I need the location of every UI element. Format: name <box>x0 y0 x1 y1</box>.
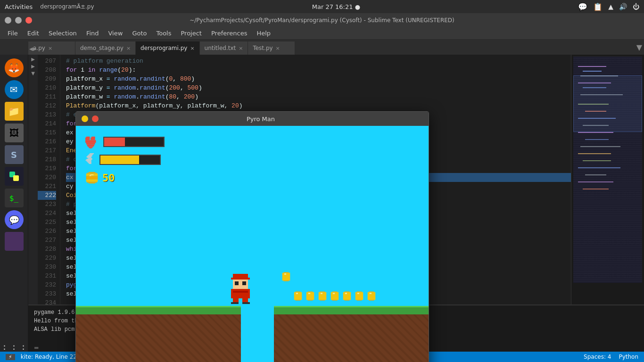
svg-rect-40 <box>231 289 250 298</box>
tab-a-py-close[interactable]: × <box>48 45 52 51</box>
sidebar-sublime[interactable]: S <box>5 145 24 164</box>
tab-untitled-close[interactable]: × <box>239 45 243 51</box>
menu-selection[interactable]: Selection <box>45 29 81 38</box>
language-label[interactable]: Python <box>619 354 638 360</box>
sidebar-terminal[interactable]: $_ <box>5 189 24 207</box>
menu-tools[interactable]: Tools <box>152 29 175 38</box>
minimap-code <box>571 55 644 285</box>
svg-rect-21 <box>86 160 91 161</box>
tab-untitled[interactable]: untitled.txt × <box>200 41 248 55</box>
svg-rect-39 <box>242 281 246 285</box>
system-bar: Activities dersprogramÄ±.py Mar 27 16:21… <box>0 0 644 13</box>
folder-toggle[interactable]: ▶ <box>31 57 35 62</box>
svg-rect-30 <box>86 180 98 182</box>
tab-test-py-close[interactable]: × <box>276 45 280 51</box>
svg-rect-38 <box>235 281 239 285</box>
terminal-scrollbar: ▬ <box>34 345 39 351</box>
svg-rect-73 <box>357 293 359 294</box>
svg-rect-45 <box>242 302 250 304</box>
svg-rect-53 <box>296 293 298 294</box>
svg-rect-20 <box>86 159 92 160</box>
svg-rect-15 <box>88 155 92 156</box>
coin-count-label: 50 <box>102 172 115 184</box>
svg-rect-5 <box>85 138 90 140</box>
sidebar-pycharm[interactable] <box>5 167 24 186</box>
health-bar-fill <box>104 138 125 146</box>
svg-rect-54 <box>308 291 313 292</box>
coin-1 <box>281 272 291 284</box>
svg-rect-62 <box>332 291 338 292</box>
folder-toggle2[interactable]: ▶ <box>31 64 35 69</box>
maximize-button[interactable] <box>15 17 22 24</box>
game-close-btn[interactable] <box>92 115 99 122</box>
tab-test-py-label: Test.py <box>253 45 272 51</box>
svg-rect-61 <box>321 293 322 294</box>
folder-collapse-btn[interactable]: ◀▶ <box>29 46 36 51</box>
tab-demo-stage[interactable]: demo_stage.py × <box>75 41 136 55</box>
close-button[interactable] <box>25 17 32 24</box>
menu-help[interactable]: Help <box>253 29 274 38</box>
svg-rect-33 <box>91 174 94 175</box>
game-hud: 50 <box>85 135 165 184</box>
notes-icon[interactable]: 📋 <box>593 2 603 11</box>
svg-rect-58 <box>320 291 325 292</box>
svg-rect-52 <box>296 300 301 300</box>
svg-rect-35 <box>233 274 248 278</box>
svg-rect-49 <box>284 273 286 275</box>
heart-icon <box>85 135 99 148</box>
menu-project[interactable]: Project <box>177 29 205 38</box>
editor-body: 🦊 ✉ 📁 🖼 S $_ 💬 ⋮⋮⋮ ▶ ▶ ▼ <box>0 55 644 362</box>
menu-preferences[interactable]: Preferences <box>207 29 251 38</box>
folder-toggle3[interactable]: ▼ <box>31 71 35 76</box>
svg-rect-10 <box>88 146 93 147</box>
svg-rect-57 <box>308 293 310 294</box>
bolt-icon <box>85 153 96 166</box>
sidebar-photos[interactable]: 🖼 <box>5 123 24 142</box>
coin-sprite-1 <box>281 272 291 282</box>
sidebar-firefox[interactable]: 🦊 <box>5 58 24 77</box>
menu-bar: File Edit Selection Find View Goto Tools… <box>0 27 644 40</box>
tab-dersprogrami[interactable]: dersprogrami.py × <box>136 41 200 55</box>
sidebar-files[interactable]: 📁 <box>5 102 24 121</box>
coins-row <box>293 291 377 301</box>
menu-goto[interactable]: Goto <box>128 29 150 38</box>
menu-find[interactable]: Find <box>83 29 103 38</box>
game-window[interactable]: Pyro Man <box>75 111 429 362</box>
health-row <box>85 135 165 148</box>
minimize-button[interactable] <box>5 17 11 24</box>
tab-dersprogrami-close[interactable]: × <box>190 45 194 51</box>
svg-rect-31 <box>87 182 97 183</box>
activities-label[interactable]: Activities <box>5 3 33 10</box>
svg-rect-34 <box>90 175 91 176</box>
game-minimize-btn[interactable] <box>82 115 88 122</box>
spaces-label[interactable]: Spaces: 4 <box>584 354 611 360</box>
window-title: ~/PycharmProjects/Cysoft/PyroMan/derspro… <box>190 17 454 24</box>
menu-view[interactable]: View <box>105 29 127 38</box>
svg-rect-16 <box>87 156 92 156</box>
menu-file[interactable]: File <box>4 29 22 38</box>
tab-demo-stage-close[interactable]: × <box>126 45 131 51</box>
svg-rect-13 <box>90 153 94 154</box>
sidebar-mail[interactable]: ✉ <box>5 80 24 99</box>
svg-rect-41 <box>233 291 248 293</box>
power-icon[interactable]: ⏻ <box>633 3 639 10</box>
svg-rect-44 <box>231 302 239 304</box>
app-name-label[interactable]: dersprogramÄ±.py <box>40 3 94 10</box>
coin-hud-row: 50 <box>85 171 165 184</box>
tabs-scroll-btn[interactable]: ▼ <box>635 40 644 55</box>
svg-rect-65 <box>333 293 335 294</box>
svg-rect-17 <box>86 156 91 157</box>
sidebar-purple[interactable] <box>5 232 24 251</box>
sidebar-discord[interactable]: 💬 <box>5 210 24 229</box>
coin-row-7 <box>366 291 377 301</box>
svg-rect-60 <box>320 300 325 300</box>
tab-test-py[interactable]: Test.py × <box>248 41 295 55</box>
wifi-icon[interactable]: ▲ <box>608 3 613 10</box>
volume-icon[interactable]: 🔊 <box>619 3 627 10</box>
title-bar-buttons <box>5 17 32 24</box>
discord-icon[interactable]: 💬 <box>578 2 587 11</box>
menu-edit[interactable]: Edit <box>24 29 43 38</box>
energy-bar-fill <box>100 156 139 164</box>
title-bar: ~/PycharmProjects/Cysoft/PyroMan/derspro… <box>0 13 644 27</box>
tabs-bar: ◀▶ a.py × demo_stage.py × dersprogrami.p… <box>0 40 644 55</box>
